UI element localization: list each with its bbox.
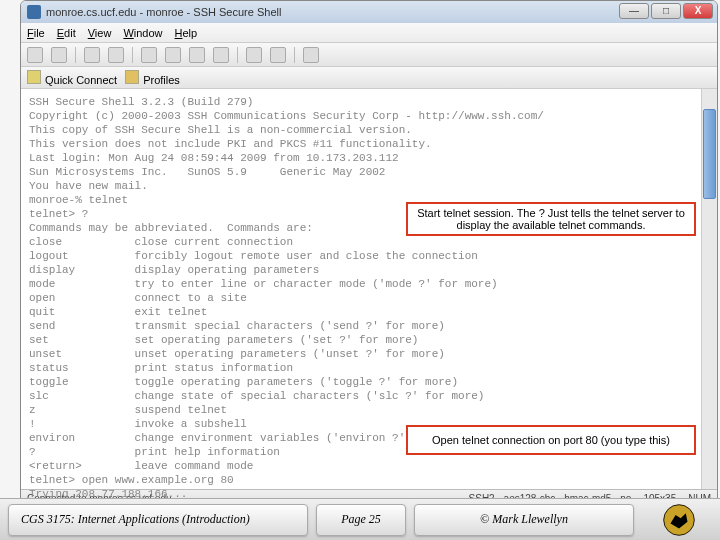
callout-telnet-open: Open telnet connection on port 80 (you t… xyxy=(406,425,696,455)
paste-icon[interactable] xyxy=(108,47,124,63)
window-title: monroe.cs.ucf.edu - monroe - SSH Secure … xyxy=(46,6,281,18)
pegasus-icon xyxy=(662,503,696,537)
menu-edit[interactable]: Edit xyxy=(57,27,76,39)
profiles-button[interactable]: Profiles xyxy=(125,70,180,86)
terminal-line: telnet> open www.example.org 80 xyxy=(29,473,709,487)
menubar: File Edit View Window Help xyxy=(21,23,717,43)
terminal-line: This version does not include PKI and PK… xyxy=(29,137,709,151)
callout-text: Start telnet session. The ? Just tells t… xyxy=(417,207,685,231)
connect-icon[interactable] xyxy=(141,47,157,63)
folder-icon xyxy=(125,70,139,84)
folder-icon[interactable] xyxy=(189,47,205,63)
quick-connect-label: Quick Connect xyxy=(45,74,117,86)
terminal-line: open connect to a site xyxy=(29,291,709,305)
terminal-line: Sun Microsystems Inc. SunOS 5.9 Generic … xyxy=(29,165,709,179)
terminal-line: You have new mail. xyxy=(29,179,709,193)
slide-footer: CGS 3175: Internet Applications (Introdu… xyxy=(0,498,720,540)
footer-page: Page 25 xyxy=(316,504,406,536)
divider xyxy=(294,47,295,63)
terminal-line: toggle toggle operating parameters ('tog… xyxy=(29,375,709,389)
menu-help[interactable]: Help xyxy=(175,27,198,39)
maximize-button[interactable]: □ xyxy=(651,3,681,19)
copy-icon[interactable] xyxy=(84,47,100,63)
tool-icon[interactable] xyxy=(246,47,262,63)
profiles-label: Profiles xyxy=(143,74,180,86)
terminal-line: logout forcibly logout remote user and c… xyxy=(29,249,709,263)
terminal-line: close close current connection xyxy=(29,235,709,249)
terminal-line: quit exit telnet xyxy=(29,305,709,319)
ucf-logo xyxy=(654,504,704,536)
titlebar: monroe.cs.ucf.edu - monroe - SSH Secure … xyxy=(21,1,717,23)
terminal-line: send transmit special characters ('send … xyxy=(29,319,709,333)
toolbar xyxy=(21,43,717,67)
disconnect-icon[interactable] xyxy=(165,47,181,63)
settings-icon[interactable] xyxy=(270,47,286,63)
terminal-line: display display operating parameters xyxy=(29,263,709,277)
terminal-line: z suspend telnet xyxy=(29,403,709,417)
menu-file[interactable]: File xyxy=(27,27,45,39)
save-icon[interactable] xyxy=(27,47,43,63)
footer-author: © Mark Llewellyn xyxy=(414,504,634,536)
bolt-icon xyxy=(27,70,41,84)
close-button[interactable]: X xyxy=(683,3,713,19)
terminal-line: mode try to enter line or character mode… xyxy=(29,277,709,291)
app-icon xyxy=(27,5,41,19)
minimize-button[interactable]: — xyxy=(619,3,649,19)
menu-view[interactable]: View xyxy=(88,27,112,39)
terminal-line: unset unset operating parameters ('unset… xyxy=(29,347,709,361)
terminal-line: This copy of SSH Secure Shell is a non-c… xyxy=(29,123,709,137)
callout-telnet-help: Start telnet session. The ? Just tells t… xyxy=(406,202,696,236)
quick-connect-button[interactable]: Quick Connect xyxy=(27,70,117,86)
help-icon[interactable] xyxy=(303,47,319,63)
divider xyxy=(237,47,238,63)
toolbar-secondary: Quick Connect Profiles xyxy=(21,67,717,89)
terminal-line: set set operating parameters ('set ?' fo… xyxy=(29,333,709,347)
terminal-line: status print status information xyxy=(29,361,709,375)
print-icon[interactable] xyxy=(51,47,67,63)
terminal-line: Last login: Mon Aug 24 08:59:44 2009 fro… xyxy=(29,151,709,165)
footer-course: CGS 3175: Internet Applications (Introdu… xyxy=(8,504,308,536)
terminal-line: Copyright (c) 2000-2003 SSH Communicatio… xyxy=(29,109,709,123)
folder2-icon[interactable] xyxy=(213,47,229,63)
divider xyxy=(75,47,76,63)
terminal-line: <return> leave command mode xyxy=(29,459,709,473)
terminal-line: slc change state of special characters (… xyxy=(29,389,709,403)
terminal-line: SSH Secure Shell 3.2.3 (Build 279) xyxy=(29,95,709,109)
divider xyxy=(132,47,133,63)
callout-text: Open telnet connection on port 80 (you t… xyxy=(432,434,670,446)
menu-window[interactable]: Window xyxy=(123,27,162,39)
